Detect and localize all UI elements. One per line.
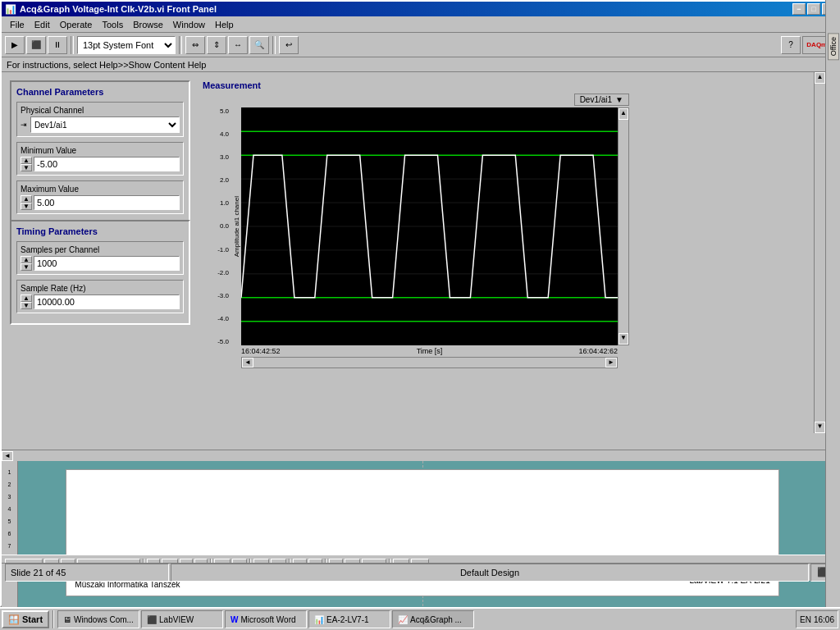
physical-channel-select[interactable]: Dev1/ai1 — [30, 116, 180, 133]
y-3: 3.0 — [203, 153, 229, 161]
presentation-area: 1 2 3 4 5 6 7 8 9 Pécsi Tudományegyetem,… — [2, 461, 838, 610]
channel-label: Dev1/ai1 ▼ — [574, 94, 629, 106]
task-label-4: EA-2-LV7-1 — [326, 615, 369, 624]
task-label-2: LabVIEW — [159, 615, 194, 624]
vscroll-up[interactable]: ▲ — [619, 108, 628, 120]
timing-parameters-panel: Timing Parameters Samples per Channel ▲ … — [10, 220, 190, 325]
menu-operate[interactable]: Operate — [55, 18, 98, 31]
stop-button[interactable]: ⬛ — [26, 36, 46, 54]
y-m2: -2.0 — [203, 269, 229, 276]
rate-dec[interactable]: ▼ — [21, 302, 32, 309]
layout-text: Default Design — [460, 568, 519, 578]
samples-inc[interactable]: ▲ — [21, 256, 32, 263]
office-panel: Office — [825, 0, 840, 607]
menu-edit[interactable]: Edit — [30, 18, 55, 31]
max-value-label: Maximum Value — [21, 185, 180, 194]
help-button[interactable]: ? — [781, 36, 801, 54]
physical-channel-row: ⇥ Dev1/ai1 — [21, 116, 180, 133]
taskbar-sep — [52, 610, 54, 628]
task-windows-com[interactable]: 🖥 Windows Com... — [57, 610, 139, 628]
start-label: Start — [22, 614, 43, 624]
chart-vscrollbar[interactable]: ▲ ▼ — [618, 107, 629, 345]
main-hscrollbar[interactable]: ◄ ► — [2, 450, 838, 461]
main-hscroll-left[interactable]: ◄ — [2, 451, 13, 461]
min-spin[interactable]: ▲ ▼ — [21, 157, 32, 171]
y-2: 2.0 — [203, 176, 229, 184]
rate-input[interactable] — [34, 294, 180, 309]
task-icon-1: 🖥 — [63, 615, 71, 624]
rate-spin[interactable]: ▲ ▼ — [21, 294, 32, 309]
hscroll-right[interactable]: ► — [605, 358, 617, 368]
y-1: 1.0 — [203, 199, 229, 207]
menu-file[interactable]: File — [5, 18, 30, 31]
channel-icon: ⇥ — [21, 121, 27, 129]
physical-channel-group: Physical Channel ⇥ Dev1/ai1 — [16, 102, 184, 137]
y-m4: -4.0 — [203, 315, 229, 322]
help-text: For instructions, select Help>>Show Cont… — [7, 60, 206, 70]
channel-dropdown-icon[interactable]: ▼ — [615, 95, 623, 104]
samples-dec[interactable]: ▼ — [21, 263, 32, 271]
main-vscrollbar[interactable]: ▲ ▼ — [814, 72, 825, 433]
task-icon-2: ⬛ — [147, 615, 157, 624]
menu-help[interactable]: Help — [210, 18, 239, 31]
minimize-button[interactable]: − — [792, 3, 806, 15]
task-word[interactable]: W Microsoft Word — [225, 610, 307, 628]
main-vscroll-up[interactable]: ▲ — [815, 72, 825, 84]
y-0: 0.0 — [203, 222, 229, 230]
chart-hscrollbar[interactable]: ◄ ► — [241, 357, 618, 368]
min-inc[interactable]: ▲ — [21, 157, 32, 164]
title-bar: 📊 Acq&Graph Voltage-Int Clk-V2b.vi Front… — [2, 2, 838, 16]
font-select[interactable]: 13pt System Font — [77, 36, 176, 54]
max-value-group: Maximum Value ▲ ▼ — [16, 180, 184, 214]
y-m1: -1.0 — [203, 246, 229, 253]
task-icon-4: 📊 — [314, 615, 324, 624]
samples-spin[interactable]: ▲ ▼ — [21, 256, 32, 271]
resize-button[interactable]: ↔ — [228, 36, 248, 54]
main-vscroll-down[interactable]: ▼ — [815, 422, 825, 433]
task-label-3: Microsoft Word — [241, 615, 296, 624]
menu-bar: File Edit Operate Tools Browse Window He… — [2, 16, 838, 33]
task-icon-3: W — [231, 615, 238, 624]
pause-button[interactable]: ⏸ — [48, 36, 67, 54]
main-vscroll-track — [815, 84, 825, 422]
slide-status-text: Slide 21 of 45 — [11, 568, 66, 578]
y-axis-label: Amplitude ai1 chanel — [233, 196, 240, 257]
y-5: 5.0 — [203, 107, 229, 115]
distribute-button[interactable]: ⇕ — [207, 36, 226, 54]
vscroll-down[interactable]: ▼ — [619, 333, 628, 345]
menu-window[interactable]: Window — [168, 18, 210, 31]
rate-inc[interactable]: ▲ — [21, 294, 32, 302]
undo-button[interactable]: ↩ — [279, 36, 299, 54]
task-ea2lv71[interactable]: 📊 EA-2-LV7-1 — [308, 610, 390, 628]
task-icon-5: 📈 — [398, 615, 408, 624]
max-spin[interactable]: ▲ ▼ — [21, 195, 32, 210]
maximize-button[interactable]: □ — [807, 3, 820, 15]
menu-browse[interactable]: Browse — [128, 18, 168, 31]
tray-en: EN — [800, 615, 811, 624]
slide-status: Slide 21 of 45 — [5, 564, 169, 582]
task-acqgraph[interactable]: 📈 Acq&Graph ... — [392, 610, 474, 628]
waveform-chart[interactable] — [241, 107, 618, 345]
toolbar-sep3 — [272, 36, 276, 54]
office-tab[interactable]: Office — [828, 33, 839, 60]
main-hscroll-track — [13, 452, 827, 460]
channel-label-text: Dev1/ai1 — [580, 95, 612, 104]
task-labview[interactable]: ⬛ LabVIEW — [141, 610, 223, 628]
min-dec[interactable]: ▼ — [21, 164, 32, 171]
run-button[interactable]: ▶ — [5, 36, 25, 54]
max-dec[interactable]: ▼ — [21, 203, 32, 210]
zoom-button[interactable]: 🔍 — [249, 36, 269, 54]
min-value-row: ▲ ▼ — [21, 157, 180, 171]
min-value-input[interactable] — [34, 157, 180, 171]
menu-tools[interactable]: Tools — [97, 18, 128, 31]
hscroll-left[interactable]: ◄ — [242, 358, 253, 368]
measurement-title: Measurement — [203, 80, 629, 90]
start-button[interactable]: 🪟 Start — [2, 610, 49, 628]
align-button[interactable]: ⇔ — [185, 36, 205, 54]
rate-label: Sample Rate (Hz) — [21, 284, 180, 293]
time-axis: 16:04:42:52 Time [s] 16:04:42:62 — [241, 347, 618, 355]
y-4: 4.0 — [203, 130, 229, 138]
max-inc[interactable]: ▲ — [21, 195, 32, 203]
max-value-input[interactable] — [34, 195, 180, 210]
samples-input[interactable] — [34, 256, 180, 271]
